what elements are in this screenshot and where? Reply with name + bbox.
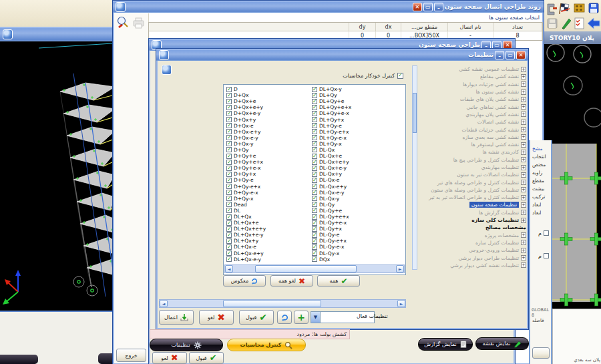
plan-grid-view[interactable] bbox=[552, 144, 601, 309]
tree-expand-icon[interactable]: + bbox=[521, 232, 526, 238]
checkbox-checked-icon[interactable] bbox=[312, 166, 317, 171]
tree-expand-icon[interactable]: + bbox=[521, 150, 526, 155]
load-combo-listbox[interactable]: DD+QxD+Qx+eD+Qx+e+yD+Qx+e-yD+Qx+yD+Qx-eD… bbox=[223, 84, 406, 275]
load-combo-item[interactable]: DL+Qx-e+y bbox=[226, 250, 266, 256]
checkbox-checked-icon[interactable] bbox=[226, 129, 232, 134]
load-combo-item[interactable]: D+Qx-y bbox=[226, 141, 266, 147]
tree-item[interactable]: تنظيمات ورودي-خروجي+ bbox=[418, 246, 526, 254]
plan-circles-view[interactable] bbox=[543, 44, 601, 144]
load-combo-item[interactable]: DL-Qy-e+x bbox=[312, 238, 351, 244]
settings-button[interactable]: تنظيمات bbox=[150, 339, 223, 351]
checkbox-checked-icon[interactable] bbox=[226, 154, 232, 159]
checkbox-checked-icon[interactable] bbox=[312, 87, 317, 92]
tree-item[interactable]: تنظيمات اتصالات تير به ستون+ bbox=[418, 171, 526, 178]
load-combo-item[interactable]: D+Qy-e+x bbox=[226, 184, 266, 190]
checkbox-checked-icon[interactable] bbox=[312, 190, 317, 195]
load-combo-item[interactable]: DL-Qx+y bbox=[312, 171, 351, 177]
checkbox-checked-icon[interactable] bbox=[312, 129, 317, 134]
load-combo-item[interactable]: DL+Qy+e bbox=[312, 98, 351, 104]
tree-expand-icon[interactable]: + bbox=[521, 187, 526, 192]
tree-item[interactable]: تنظيمات كنترل و طراحي وصله هاي ستون+ bbox=[418, 186, 526, 194]
checkbox-checked-icon[interactable] bbox=[397, 73, 403, 79]
tree-item[interactable]: مشخصات پروژه+ bbox=[418, 232, 526, 239]
load-combo-item[interactable]: DL-Qx-e bbox=[312, 177, 351, 183]
checkbox-checked-icon[interactable] bbox=[312, 232, 317, 238]
checkbox-unchecked-icon[interactable] bbox=[544, 253, 549, 258]
checkbox-checked-icon[interactable] bbox=[312, 99, 317, 104]
maximize-button[interactable]: ▭ bbox=[423, 3, 433, 11]
invert-selection-button[interactable]: معكوس bbox=[223, 275, 266, 287]
settings-tree[interactable]: تنظيمات عمومي نقشه كشي+نقشه كشي مقاطع+نق… bbox=[418, 65, 526, 269]
tree-item[interactable]: تنظيمات كنترل و طراحي پيچ ها+ bbox=[418, 156, 526, 164]
tree-expand-icon[interactable]: + bbox=[521, 248, 526, 253]
load-combo-item[interactable]: D+Qy+e-x bbox=[226, 165, 266, 171]
load-combo-item[interactable]: DL bbox=[226, 208, 266, 214]
tree-expand-icon[interactable]: + bbox=[521, 165, 526, 170]
close-button[interactable]: ✕ bbox=[413, 3, 422, 11]
checkbox-checked-icon[interactable] bbox=[226, 135, 232, 140]
check-all-button[interactable]: همه ✔ bbox=[317, 275, 360, 287]
tree-item[interactable]: نقشه كشي اتصالات+ bbox=[418, 118, 526, 126]
load-combo-item[interactable]: DL+Qy-e+x bbox=[312, 129, 351, 135]
tree-item[interactable]: تنظيمات كنترل سازه+ bbox=[418, 239, 526, 246]
load-combo-item[interactable]: D+Qy+e bbox=[226, 153, 266, 159]
checkbox-checked-icon[interactable] bbox=[312, 123, 317, 128]
tree-item[interactable]: نقشه كشي سه بعدي سازه+ bbox=[418, 134, 526, 141]
load-combo-item[interactable]: DL-Qy+e bbox=[312, 208, 351, 214]
load-combo-item[interactable]: D+Qx-e bbox=[226, 123, 266, 129]
load-combo-item[interactable]: D+Qy bbox=[226, 147, 266, 153]
checkbox-checked-icon[interactable] bbox=[226, 238, 232, 244]
load-combo-item[interactable]: D+Qx+e+y bbox=[226, 104, 266, 110]
tree-expand-icon[interactable]: + bbox=[521, 134, 526, 140]
tree-expand-icon[interactable]: + bbox=[521, 202, 526, 208]
checkbox-checked-icon[interactable] bbox=[226, 190, 232, 195]
refresh-button[interactable] bbox=[277, 311, 292, 324]
checkbox-checked-icon[interactable] bbox=[312, 93, 317, 98]
checkbox-checked-icon[interactable] bbox=[226, 214, 232, 220]
load-combo-item[interactable]: DL-Qx+e bbox=[312, 153, 351, 159]
tree-expand-icon[interactable]: + bbox=[521, 120, 526, 125]
checkbox-checked-icon[interactable] bbox=[226, 87, 232, 92]
show-drawing-button[interactable]: نمايش نقشه bbox=[475, 337, 529, 350]
load-combo-item[interactable]: DL-Qx+e-y bbox=[312, 165, 351, 171]
uncheck-all-button[interactable]: لغو همه ✖ bbox=[270, 275, 313, 287]
load-combo-item[interactable]: D+Qx+y bbox=[226, 116, 266, 122]
checkbox-checked-icon[interactable] bbox=[226, 178, 232, 183]
checklist-icon[interactable] bbox=[575, 18, 584, 29]
scrollbar-right-arrow[interactable]: ► bbox=[397, 300, 405, 307]
plate-cancel-button[interactable]: لغو ✖ bbox=[152, 352, 187, 364]
load-combo-item[interactable]: DL+Qy+e+x bbox=[312, 104, 351, 110]
tree-item[interactable]: تنظيمات كلي سازه+ bbox=[418, 216, 526, 224]
side-option-row[interactable]: م bbox=[530, 250, 551, 262]
load-combo-item[interactable]: DL-Qx bbox=[312, 147, 351, 153]
cancel-button[interactable]: لغو ✖ bbox=[199, 310, 234, 325]
tree-expand-icon[interactable]: + bbox=[521, 142, 526, 148]
checkbox-checked-icon[interactable] bbox=[312, 256, 317, 262]
load-combo-item[interactable]: DL-Qy-e-x bbox=[312, 244, 351, 250]
load-combo-item[interactable]: D+Qy+e+x bbox=[226, 159, 266, 165]
listbox-h-scrollbar[interactable]: ◄ ► bbox=[224, 264, 405, 273]
printer-icon[interactable] bbox=[134, 18, 144, 28]
load-combo-item[interactable]: DQx bbox=[312, 256, 351, 262]
show-report-button[interactable]: نمايش گزارش bbox=[418, 338, 473, 351]
calc-control-button[interactable]: كنترل محاسبات bbox=[227, 339, 306, 351]
accept-button[interactable]: قبول ✔ bbox=[239, 310, 274, 325]
tree-sc rollbar[interactable] bbox=[412, 65, 417, 270]
tree-item[interactable]: تنظيمات كنترل و طراحي وصله هاي تير+ bbox=[418, 178, 526, 186]
checkbox-checked-icon[interactable] bbox=[226, 232, 232, 238]
load-combo-item[interactable]: DL-Qx-e-y bbox=[312, 190, 351, 196]
tree-expand-icon[interactable]: + bbox=[521, 218, 526, 223]
load-combo-item[interactable]: DL+Qx+y bbox=[226, 238, 266, 244]
checkbox-checked-icon[interactable] bbox=[226, 202, 232, 207]
tree-item[interactable]: تنظيمات گزارش ها+ bbox=[418, 209, 526, 216]
load-combo-item[interactable]: DL+Qx+e+y bbox=[226, 226, 266, 232]
tree-expand-icon[interactable]: + bbox=[521, 97, 526, 102]
tree-expand-icon[interactable]: + bbox=[521, 67, 526, 72]
minimize-button[interactable]: ـ bbox=[495, 51, 504, 59]
checkbox-checked-icon[interactable] bbox=[312, 135, 317, 140]
tree-item[interactable]: نقشه كشي جزئيات ديوارها+ bbox=[418, 81, 526, 88]
minimize-button[interactable]: ـ bbox=[434, 3, 443, 11]
load-combo-item[interactable]: DL-Qy bbox=[312, 202, 351, 208]
checkbox-checked-icon[interactable] bbox=[312, 196, 317, 201]
floppy-icon[interactable] bbox=[548, 19, 557, 28]
